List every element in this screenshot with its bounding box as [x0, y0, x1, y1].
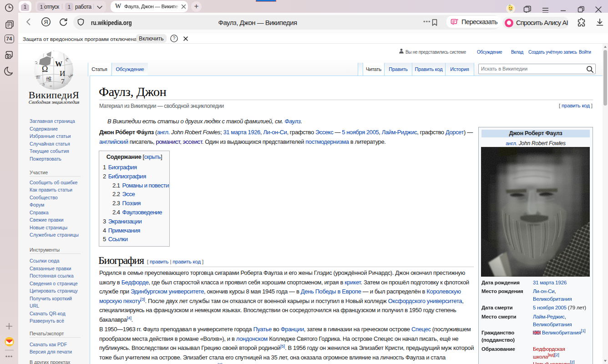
svg-text:?: ?: [173, 36, 176, 41]
svg-text:Я: Я: [44, 19, 48, 25]
svg-text:Ω: Ω: [42, 65, 48, 74]
svg-text:᐀: ᐀: [50, 84, 52, 88]
svg-text:И: И: [60, 69, 65, 78]
svg-text:W: W: [55, 60, 62, 68]
svg-text:ഇ: ഇ: [36, 74, 40, 79]
svg-text:7: 7: [61, 78, 65, 85]
svg-text:维: 维: [46, 76, 51, 82]
svg-text:ش: ش: [68, 72, 74, 77]
